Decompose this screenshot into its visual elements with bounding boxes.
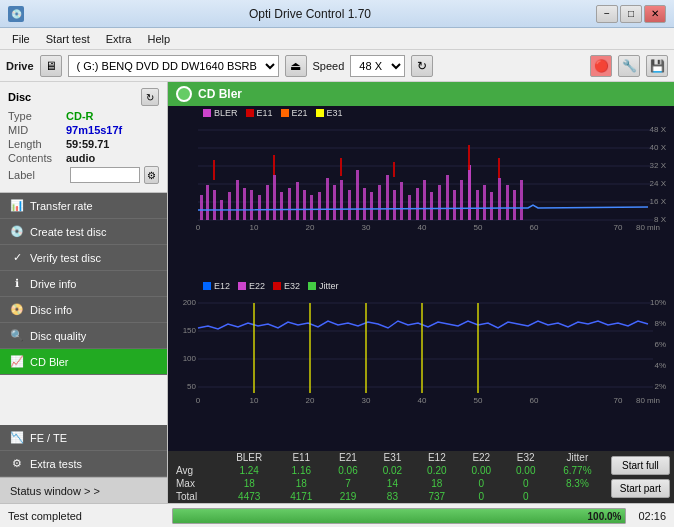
type-label: Type (8, 110, 66, 122)
refresh-speed-button[interactable]: ↻ (411, 55, 433, 77)
svg-rect-47 (386, 175, 389, 220)
nav-disc-quality-label: Disc quality (30, 330, 86, 342)
total-bler: 4473 (222, 490, 277, 503)
legend-jitter: Jitter (308, 281, 339, 291)
max-jitter: 8.3% (548, 477, 607, 490)
menu-file[interactable]: File (4, 31, 38, 47)
disc-title: Disc (8, 91, 31, 103)
avg-e22: 0.00 (459, 464, 503, 477)
svg-rect-63 (506, 185, 509, 220)
nav-disc-info[interactable]: 📀 Disc info (0, 297, 167, 323)
sidebar-bottom: 📉 FE / TE ⚙ Extra tests Status window > … (0, 425, 167, 503)
col-header-e12: E12 (415, 451, 459, 464)
nav-disc-info-label: Disc info (30, 304, 72, 316)
save-button[interactable]: 💾 (646, 55, 668, 77)
total-e22: 0 (459, 490, 503, 503)
maximize-button[interactable]: □ (620, 5, 642, 23)
svg-text:60: 60 (530, 396, 539, 403)
stats-row-total: Total 4473 4171 219 83 737 0 0 (168, 490, 607, 503)
nav-create-test-disc[interactable]: 💿 Create test disc (0, 219, 167, 245)
disc-refresh-button[interactable]: ↻ (141, 88, 159, 106)
start-part-button[interactable]: Start part (611, 479, 670, 498)
avg-e11: 1.16 (277, 464, 326, 477)
close-button[interactable]: ✕ (644, 5, 666, 23)
max-e31: 14 (370, 477, 414, 490)
main-area: Disc ↻ Type CD-R MID 97m15s17f Length 59… (0, 82, 674, 503)
nav-extra-tests-label: Extra tests (30, 458, 82, 470)
chart1-legend: BLER E11 E21 E31 (168, 106, 674, 120)
minimize-button[interactable]: − (596, 5, 618, 23)
svg-rect-41 (340, 180, 343, 220)
svg-text:24 X: 24 X (650, 179, 667, 188)
svg-rect-51 (416, 188, 419, 220)
svg-rect-28 (243, 188, 246, 220)
nav-drive-info-label: Drive info (30, 278, 76, 290)
action-button2[interactable]: 🔧 (618, 55, 640, 77)
chart1-container: BLER E11 E21 E31 4 (168, 106, 674, 279)
nav-verify-test-disc[interactable]: ✓ Verify test disc (0, 245, 167, 271)
legend-e21: E21 (281, 108, 308, 118)
titlebar: 💿 Opti Drive Control 1.70 − □ ✕ (0, 0, 674, 28)
max-e32: 0 (504, 477, 548, 490)
svg-text:60: 60 (530, 223, 539, 230)
chart2-container: E12 E22 E32 Jitter 200 150 (168, 279, 674, 452)
nav-transfer-rate-label: Transfer rate (30, 200, 93, 212)
nav-disc-quality[interactable]: 🔍 Disc quality (0, 323, 167, 349)
svg-text:6%: 6% (654, 340, 666, 349)
fete-icon: 📉 (10, 431, 24, 445)
stats-table-container: BLER E11 E21 E31 E12 E22 E32 Jitter Avg (168, 451, 607, 503)
start-full-button[interactable]: Start full (611, 456, 670, 475)
length-value: 59:59.71 (66, 138, 109, 150)
max-e12: 18 (415, 477, 459, 490)
menu-extra[interactable]: Extra (98, 31, 140, 47)
col-header-bler: BLER (222, 451, 277, 464)
speed-select[interactable]: 48 X (350, 55, 405, 77)
progress-bar (173, 509, 625, 523)
nav-fete[interactable]: 📉 FE / TE (0, 425, 167, 451)
svg-text:48 X: 48 X (650, 125, 667, 134)
transfer-rate-icon: 📊 (10, 199, 24, 213)
svg-rect-58 (468, 165, 471, 220)
svg-rect-65 (520, 180, 523, 220)
col-header-e32: E32 (504, 451, 548, 464)
status-window-button[interactable]: Status window > > (0, 477, 167, 503)
extra-tests-icon: ⚙ (10, 457, 24, 471)
eject-button[interactable]: ⏏ (285, 55, 307, 77)
chart1-svg: 48 X 40 X 32 X 24 X 16 X 8 X 0 10 20 30 … (168, 120, 674, 230)
stats-row-max: Max 18 18 7 14 18 0 0 8.3% (168, 477, 607, 490)
svg-rect-39 (326, 178, 329, 220)
contents-label: Contents (8, 152, 66, 164)
col-header-e31: E31 (370, 451, 414, 464)
svg-text:20: 20 (306, 223, 315, 230)
legend-e22: E22 (238, 281, 265, 291)
create-test-disc-icon: 💿 (10, 225, 24, 239)
nav-extra-tests[interactable]: ⚙ Extra tests (0, 451, 167, 477)
label-input[interactable] (70, 167, 140, 183)
e22-dot (238, 282, 246, 290)
svg-text:150: 150 (183, 326, 197, 335)
svg-text:70: 70 (614, 223, 623, 230)
stats-table: BLER E11 E21 E31 E12 E22 E32 Jitter Avg (168, 451, 607, 503)
menu-starttest[interactable]: Start test (38, 31, 98, 47)
nav-transfer-rate[interactable]: 📊 Transfer rate (0, 193, 167, 219)
svg-rect-70 (468, 145, 470, 170)
drive-select[interactable]: ( G:) BENQ DVD DD DW1640 BSRB (68, 55, 279, 77)
svg-text:30: 30 (362, 223, 371, 230)
nav-drive-info[interactable]: ℹ Drive info (0, 271, 167, 297)
max-e22: 0 (459, 477, 503, 490)
e11-dot (246, 109, 254, 117)
progress-text: 100.0% (588, 510, 622, 521)
nav-cd-bler[interactable]: 📈 CD Bler (0, 349, 167, 375)
cd-bler-header-title: CD Bler (198, 87, 242, 101)
jitter-label: Jitter (319, 281, 339, 291)
menu-help[interactable]: Help (139, 31, 178, 47)
label-action-button[interactable]: ⚙ (144, 166, 159, 184)
legend-bler: BLER (203, 108, 238, 118)
action-button1[interactable]: 🔴 (590, 55, 612, 77)
max-label: Max (168, 477, 222, 490)
svg-text:50: 50 (187, 382, 196, 391)
disc-quality-icon: 🔍 (10, 329, 24, 343)
svg-rect-56 (453, 190, 456, 220)
svg-rect-60 (483, 185, 486, 220)
status-time: 02:16 (630, 510, 674, 522)
